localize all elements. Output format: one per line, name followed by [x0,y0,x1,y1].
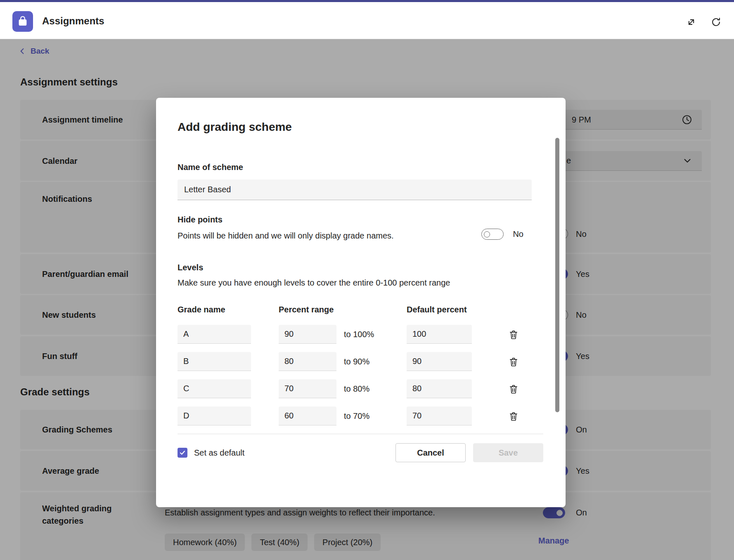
grade-name-header: Grade name [178,305,225,314]
trash-icon [508,357,519,367]
default-percent-input[interactable] [407,406,472,425]
default-percent-input[interactable] [407,325,472,344]
percent-range-input[interactable] [279,325,336,344]
levels-label: Levels [178,263,543,272]
delete-level-button[interactable] [507,355,520,369]
dialog-footer: Set as default Cancel Save [178,434,543,462]
hide-points-section: Hide points Points will be hidden and we… [178,215,543,241]
name-of-scheme-label: Name of scheme [178,163,543,172]
percent-range-input[interactable] [279,352,336,371]
trash-icon [508,384,519,395]
toggle-knob [484,231,490,237]
header-actions [685,16,722,28]
set-default-label: Set as default [194,448,244,458]
grade-name-input[interactable] [178,325,251,344]
hide-points-label: Hide points [178,215,394,224]
scheme-name-input[interactable] [178,180,532,200]
save-button[interactable]: Save [473,443,543,462]
delete-level-button[interactable] [507,383,520,396]
screen: Back Assignment settings Assignment time… [0,0,734,560]
default-percent-header: Default percent [407,305,467,314]
checkmark-icon [179,449,186,456]
hide-points-text: Hide points Points will be hidden and we… [178,215,394,241]
grade-name-input[interactable] [178,406,251,425]
range-upper-label: to 100% [344,325,374,344]
cancel-button[interactable]: Cancel [395,443,466,462]
set-as-default[interactable]: Set as default [178,448,244,458]
hide-points-toggle-label: No [513,229,523,239]
grade-name-input[interactable] [178,379,251,398]
percent-range-header: Percent range [279,305,334,314]
hide-points-toggle-wrap: No [481,229,523,240]
percent-range-input[interactable] [279,406,336,425]
level-row-b: to 90% [178,352,543,372]
set-default-checkbox[interactable] [178,448,187,458]
default-percent-input[interactable] [407,352,472,371]
level-row-a: to 100% [178,325,543,345]
add-grading-scheme-dialog: Add grading scheme Name of scheme Hide p… [156,98,566,507]
levels-table: to 100% to 90% [178,325,543,426]
range-upper-label: to 70% [344,406,369,425]
modal-scrollbar[interactable] [555,138,559,412]
hide-points-toggle[interactable] [481,229,504,240]
app-header: Assignments [0,0,734,39]
delete-level-button[interactable] [507,410,520,423]
range-upper-label: to 90% [344,352,369,371]
dialog-buttons: Cancel Save [395,443,543,462]
trash-icon [508,411,519,422]
levels-description: Make sure you have enough levels to cove… [178,278,543,288]
refresh-icon[interactable] [710,16,722,28]
levels-table-header: Grade name Percent range Default percent [178,305,543,316]
app-title: Assignments [42,15,104,27]
level-row-c: to 80% [178,379,543,399]
dialog-title: Add grading scheme [178,121,543,134]
grade-name-input[interactable] [178,352,251,371]
delete-level-button[interactable] [507,328,520,341]
assignments-app-icon [12,11,33,32]
range-upper-label: to 80% [344,379,369,398]
hide-points-description: Points will be hidden and we will only d… [178,231,394,241]
trash-icon [508,329,519,340]
percent-range-input[interactable] [279,379,336,398]
level-row-d: to 70% [178,406,543,426]
default-percent-input[interactable] [407,379,472,398]
expand-icon[interactable] [685,16,697,28]
